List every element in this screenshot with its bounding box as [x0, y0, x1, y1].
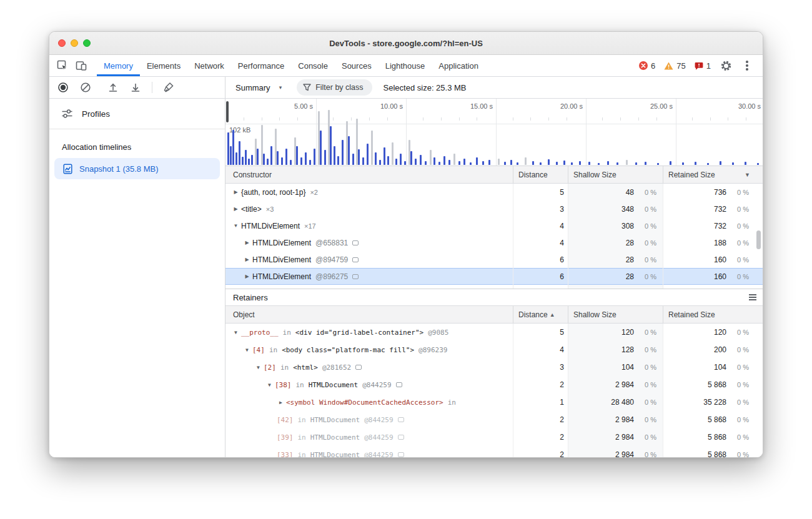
retainer-row[interactable]: ▼[38]inHTMLDocument@84425922 9840 %5 868… [225, 376, 763, 393]
tab-application[interactable]: Application [432, 55, 485, 76]
constructor-cell: ▶HTMLDivElement@896275 [225, 268, 513, 285]
constructor-row[interactable]: ▶HTMLDivElement@6588314280 %1880 % [225, 234, 763, 251]
constructor-row[interactable]: ▶HTMLDivElement@8962756280 %1600 % [225, 268, 763, 285]
shallow-size-column-header[interactable]: Shallow Size [568, 166, 663, 183]
kebab-menu-button[interactable] [738, 61, 756, 71]
constructor-row[interactable]: ▶{auth, root, root-1p}×25480 %7360 % [225, 184, 763, 200]
minimize-window-button[interactable] [71, 39, 78, 47]
collapsed-arrow-icon[interactable]: ▶ [243, 257, 251, 262]
retainers-menu-icon[interactable] [749, 294, 756, 300]
expanded-arrow-icon[interactable]: ▼ [232, 223, 240, 229]
retainer-row[interactable]: [42]inHTMLDocument@84425922 9840 %5 8680… [225, 411, 763, 428]
retained-size-cell: 7320 % [663, 200, 755, 217]
retainers-distance-column-header[interactable]: Distance▲ [513, 306, 568, 323]
constructor-cell: ▶<title>×3 [225, 200, 513, 217]
warning-badge[interactable]: 75 [661, 61, 688, 71]
reveal-icon[interactable] [396, 382, 402, 387]
retainer-in-label: in [298, 416, 306, 424]
settings-gear-button[interactable] [716, 60, 735, 72]
allocation-bar [395, 159, 397, 165]
allocation-timeline-overview[interactable]: 5.00 s10.00 s15.00 s20.00 s25.00 s30.00 … [225, 99, 763, 166]
distance-cell: 3 [513, 358, 568, 376]
retainer-row[interactable]: [39]inHTMLDocument@84425922 9840 %5 8680… [225, 428, 763, 446]
vertical-scrollbar-thumb[interactable] [756, 230, 761, 249]
class-filter-input[interactable]: Filter by class [297, 79, 372, 96]
distance-column-header[interactable]: Distance [513, 166, 568, 183]
allocation-bar [400, 154, 402, 165]
retainers-retained-column-header[interactable]: Retained Size [663, 306, 755, 323]
expanded-arrow-icon[interactable]: ▼ [254, 365, 262, 370]
save-profile-button[interactable] [127, 82, 144, 93]
reveal-icon[interactable] [398, 452, 404, 457]
expanded-arrow-icon[interactable]: ▼ [243, 347, 251, 353]
constructor-row[interactable]: ▶HTMLDivElement@8947596280 %1600 % [225, 251, 763, 268]
retainer-row[interactable]: ▶<symbol Window#DocumentCachedAccessor>i… [225, 393, 763, 411]
constructor-name: HTMLDivElement [252, 255, 311, 264]
collapsed-arrow-icon[interactable]: ▶ [232, 206, 240, 212]
retainers-section-header[interactable]: Retainers [225, 289, 763, 306]
retainer-row[interactable]: ▼[2]in<html>@28165231040 %1040 % [225, 358, 763, 376]
device-toolbar-button[interactable] [72, 55, 91, 76]
shallow-size-cell: 2 9840 % [568, 411, 663, 428]
object-column-header[interactable]: Object [225, 306, 513, 323]
retained-size-column-header[interactable]: Retained Size▼ [663, 166, 755, 183]
sidebar-item-snapshot-1[interactable]: Snapshot 1 (35.8 MB) [54, 158, 220, 179]
clear-all-button[interactable] [160, 82, 177, 93]
retainer-in-label: in [448, 398, 456, 407]
allocation-bar [488, 160, 490, 165]
reveal-icon[interactable] [352, 257, 359, 262]
load-profile-button[interactable] [104, 82, 122, 93]
object-id: @281652 [322, 363, 351, 372]
retainers-shallow-column-header[interactable]: Shallow Size [568, 306, 663, 323]
tab-elements[interactable]: Elements [140, 55, 187, 76]
expanded-arrow-icon[interactable]: ▼ [232, 330, 240, 335]
issues-badge[interactable]: 1 [691, 61, 714, 71]
titlebar[interactable]: DevTools - store.google.com/?hl=en-US [49, 32, 763, 55]
tab-sources[interactable]: Sources [335, 55, 379, 76]
retainer-row[interactable]: ▼[4]in<body class="platform-mac fill">@8… [225, 341, 763, 358]
retainer-object-cell: [42]inHTMLDocument@844259 [225, 411, 513, 428]
shallow-size-cell: 280 % [568, 234, 663, 251]
clear-profiles-button[interactable] [77, 82, 94, 93]
distance-cell: 4 [513, 217, 568, 234]
collapsed-arrow-icon[interactable]: ▶ [243, 240, 251, 245]
constructor-row[interactable]: ▼HTMLDivElement×1743080 %7320 % [225, 217, 763, 234]
reveal-icon[interactable] [355, 365, 362, 370]
profiles-section-header[interactable]: Profiles [49, 99, 225, 129]
allocation-bar [300, 157, 302, 165]
perspective-select[interactable]: Summary ▾ [232, 81, 285, 95]
object-id: @658831 [315, 239, 348, 247]
reveal-icon[interactable] [352, 240, 359, 245]
retainer-property: [38] [275, 381, 292, 389]
retainer-property: [42] [277, 416, 294, 424]
allocation-bar [540, 162, 542, 165]
error-badge[interactable]: 6 [636, 61, 658, 71]
shallow-size-cell: 280 % [568, 251, 663, 268]
collapsed-arrow-icon[interactable]: ▶ [232, 189, 240, 195]
tab-performance[interactable]: Performance [231, 55, 291, 76]
reveal-icon[interactable] [398, 435, 404, 440]
retainer-target: HTMLDocument [309, 381, 358, 389]
selection-handle-left[interactable] [226, 101, 229, 122]
allocation-bar [267, 159, 269, 165]
reveal-icon[interactable] [352, 274, 359, 279]
retainer-in-label: in [283, 329, 291, 337]
tab-console[interactable]: Console [291, 55, 335, 76]
constructor-column-header[interactable]: Constructor [225, 166, 513, 183]
constructor-table-body: ▶{auth, root, root-1p}×25480 %7360 %▶<ti… [225, 184, 763, 289]
reveal-icon[interactable] [398, 417, 404, 422]
tab-network[interactable]: Network [187, 55, 231, 76]
tab-lighthouse[interactable]: Lighthouse [379, 55, 432, 76]
tab-memory[interactable]: Memory [97, 55, 140, 76]
retainer-row[interactable]: [33]inHTMLDocument@84425922 9840 %5 8680… [225, 446, 763, 457]
collapsed-arrow-icon[interactable]: ▶ [277, 400, 285, 405]
inspect-element-button[interactable] [53, 55, 72, 76]
sort-asc-icon: ▲ [550, 312, 555, 318]
retainer-row[interactable]: ▼__proto__in<div id="grid-label-containe… [225, 324, 763, 341]
zoom-window-button[interactable] [83, 39, 91, 47]
constructor-row[interactable]: ▶<title>×333480 %7320 % [225, 200, 763, 217]
close-window-button[interactable] [58, 39, 66, 47]
collapsed-arrow-icon[interactable]: ▶ [243, 274, 251, 279]
record-heap-button[interactable] [54, 82, 72, 93]
expanded-arrow-icon[interactable]: ▼ [265, 382, 274, 388]
